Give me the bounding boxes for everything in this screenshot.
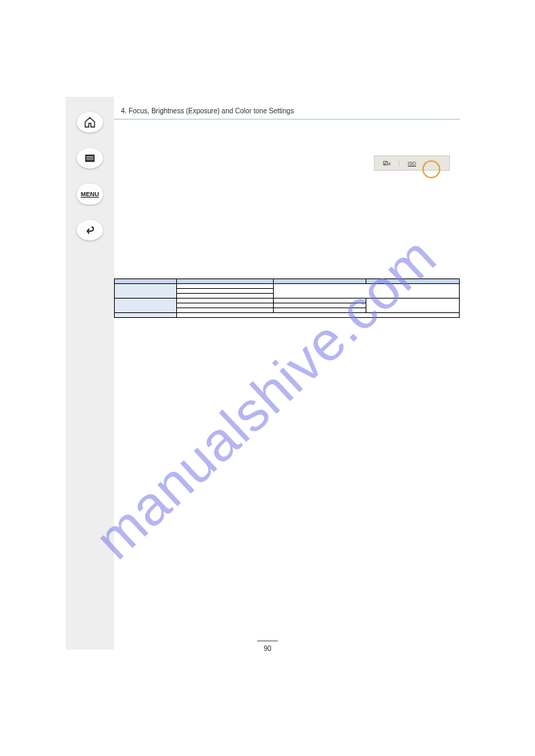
table-rowhead bbox=[115, 313, 177, 318]
table-cell bbox=[273, 284, 459, 299]
table-header bbox=[273, 279, 366, 284]
touch-strip-illustration: ☑± ISO bbox=[374, 155, 450, 171]
table-cell bbox=[176, 284, 273, 289]
iso-settings-table bbox=[114, 278, 460, 318]
page-number-text: 90 bbox=[263, 645, 271, 652]
table-cell bbox=[176, 299, 273, 303]
chapter-heading: 4. Focus, Brightness (Exposure) and Colo… bbox=[121, 107, 460, 115]
pagenum-rule bbox=[257, 641, 278, 641]
contents-icon[interactable] bbox=[77, 148, 103, 169]
table-cell bbox=[176, 294, 273, 299]
menu-button[interactable]: MENU bbox=[77, 184, 103, 205]
table-cell bbox=[176, 308, 273, 313]
page-content: 4. Focus, Brightness (Exposure) and Colo… bbox=[114, 0, 460, 318]
table-rowhead bbox=[115, 284, 177, 299]
return-arrow-icon bbox=[84, 224, 96, 236]
table-cell bbox=[273, 308, 366, 313]
highlight-circle-icon bbox=[422, 160, 440, 178]
table-cell bbox=[273, 303, 366, 308]
table-cell bbox=[176, 303, 273, 308]
house-icon bbox=[84, 116, 96, 129]
iso-segment: ISO bbox=[400, 161, 424, 166]
sidebar: MENU bbox=[66, 97, 114, 650]
list-rect-icon bbox=[84, 152, 96, 164]
back-icon[interactable] bbox=[77, 220, 103, 240]
svg-rect-1 bbox=[86, 156, 94, 157]
svg-rect-2 bbox=[86, 158, 94, 158]
table-cell bbox=[176, 289, 273, 294]
table-rowhead bbox=[115, 299, 177, 313]
page-number: 90 bbox=[0, 637, 535, 652]
home-icon[interactable] bbox=[77, 112, 103, 133]
table-header bbox=[115, 279, 177, 284]
svg-rect-3 bbox=[86, 160, 94, 160]
table-header bbox=[366, 279, 460, 284]
ev-segment: ☑± bbox=[375, 160, 400, 167]
divider bbox=[114, 119, 460, 120]
table-cell bbox=[273, 299, 366, 303]
table-header bbox=[176, 279, 273, 284]
table-cell bbox=[366, 299, 460, 313]
table-cell bbox=[176, 313, 459, 318]
